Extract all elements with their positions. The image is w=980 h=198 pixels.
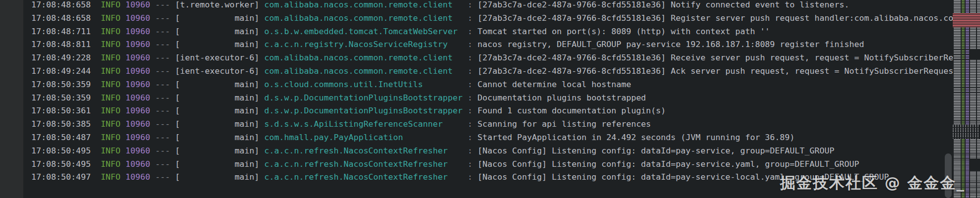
editor-gutter xyxy=(0,0,23,198)
log-line-3: 17:08:48:711 INFO 10960 --- [ main] o.s.… xyxy=(31,25,953,39)
log-line-8: 17:08:50:359 INFO 10960 --- [ main] d.s.… xyxy=(31,92,953,105)
log-block: 17:08:48:658 INFO 10960 --- [t.remote.wo… xyxy=(31,0,953,184)
minimap-error-stripe xyxy=(953,13,980,27)
console-output[interactable]: 17:08:48:658 INFO 10960 --- [t.remote.wo… xyxy=(23,0,953,198)
minimap-gap xyxy=(969,50,980,59)
log-line-11: 17:08:50:487 INFO 10960 --- [ main] com.… xyxy=(31,131,953,145)
log-line-5: 17:08:49:228 INFO 10960 --- [ient-execut… xyxy=(31,51,953,65)
minimap-info-level-column xyxy=(962,0,965,198)
log-line-4: 17:08:48:811 INFO 10960 --- [ main] c.a.… xyxy=(31,38,953,51)
watermark: 掘金技术社区 @ 金金金_ xyxy=(780,173,965,194)
log-line-6: 17:08:49:244 INFO 10960 --- [ient-execut… xyxy=(31,65,953,78)
minimap-sparse-band xyxy=(953,125,980,139)
log-line-10: 17:08:50:385 INFO 10960 --- [ main] s.d.… xyxy=(31,118,953,131)
console-minimap[interactable] xyxy=(953,0,980,198)
minimap-pid-column xyxy=(966,0,969,198)
log-line-13: 17:08:50:495 INFO 10960 --- [ main] c.a.… xyxy=(31,158,953,171)
log-line-1: 17:08:48:658 INFO 10960 --- [t.remote.wo… xyxy=(31,0,953,12)
log-line-2: 17:08:48:658 INFO 10960 --- [ main] com.… xyxy=(31,12,953,25)
log-line-12: 17:08:50:495 INFO 10960 --- [ main] c.a.… xyxy=(31,145,953,158)
minimap-gap xyxy=(969,159,980,171)
minimap-text-column xyxy=(954,0,961,198)
log-line-7: 17:08:50:359 INFO 10960 --- [ main] o.s.… xyxy=(31,78,953,92)
log-line-9: 17:08:50:361 INFO 10960 --- [ main] d.s.… xyxy=(31,104,953,118)
